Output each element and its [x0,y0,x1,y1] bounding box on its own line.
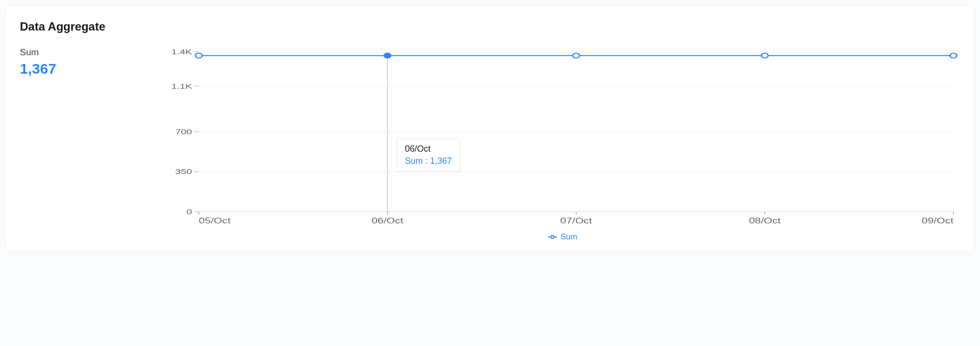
stat-label: Sum [20,47,146,58]
svg-text:1.1K: 1.1K [171,82,192,91]
legend-marker-icon [548,236,557,237]
tooltip-date: 06/Oct [405,144,452,154]
svg-text:07/Oct: 07/Oct [560,216,592,225]
chart-legend[interactable]: Sum [165,232,960,242]
svg-text:05/Oct: 05/Oct [199,216,231,225]
line-chart[interactable]: 03507001.1K1.4K05/Oct06/Oct07/Oct08/Oct0… [165,47,960,226]
tooltip-series-label: Sum [405,156,423,166]
svg-text:06/Oct: 06/Oct [371,216,403,225]
chart-tooltip: 06/Oct Sum : 1,367 [397,139,460,172]
svg-text:09/Oct: 09/Oct [922,216,954,225]
svg-point-17 [196,53,202,58]
stat-block: Sum 1,367 [20,47,146,77]
tooltip-series-value: 1,367 [430,156,452,166]
panel-content: Sum 1,367 03507001.1K1.4K05/Oct06/Oct07/… [20,47,960,242]
svg-point-18 [384,53,391,58]
svg-text:700: 700 [175,128,192,136]
svg-text:08/Oct: 08/Oct [749,216,781,225]
legend-label: Sum [561,232,578,242]
panel-title: Data Aggregate [20,20,960,33]
tooltip-series: Sum : 1,367 [405,156,452,166]
svg-point-20 [762,53,768,58]
data-aggregate-card: Data Aggregate Sum 1,367 03507001.1K1.4K… [5,5,975,252]
svg-text:0: 0 [186,208,192,216]
svg-text:1.4K: 1.4K [171,48,192,56]
svg-point-19 [573,53,580,58]
svg-point-21 [950,53,957,58]
chart-area[interactable]: 03507001.1K1.4K05/Oct06/Oct07/Oct08/Oct0… [165,47,960,242]
svg-text:350: 350 [175,168,192,176]
stat-value: 1,367 [20,61,146,77]
